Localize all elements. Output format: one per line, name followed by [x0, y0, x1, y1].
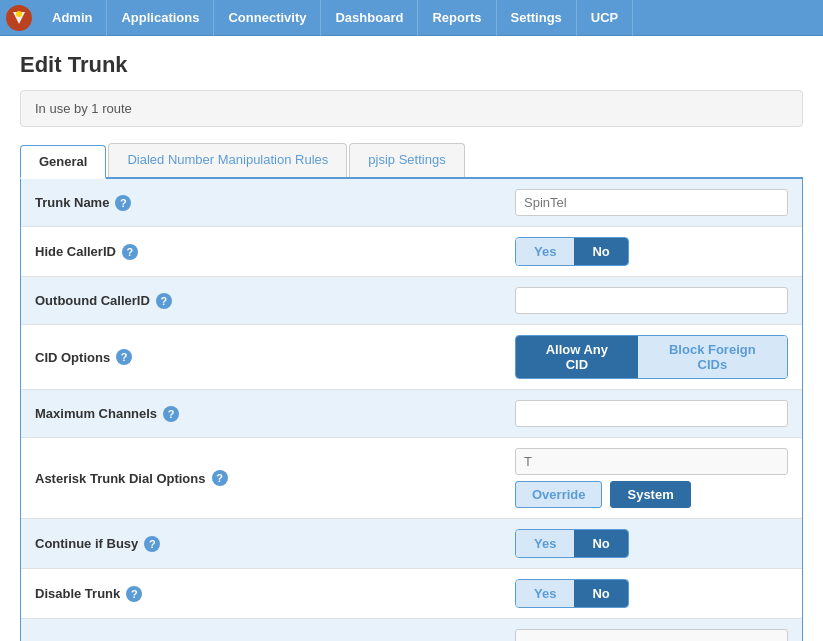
dial-options-group: Override System: [515, 448, 788, 508]
help-icon-disable-trunk[interactable]: ?: [126, 586, 142, 602]
control-trunk-name: [501, 179, 802, 226]
control-disable-trunk: Yes No: [501, 569, 802, 618]
cid-block-foreign[interactable]: Block Foreign CIDs: [638, 336, 787, 378]
nav-settings[interactable]: Settings: [497, 0, 577, 36]
toggle-cid-options: Allow Any CID Block Foreign CIDs: [515, 335, 788, 379]
form-row-monitor-trunk: Monitor Trunk Failures ? Yes No: [21, 619, 802, 641]
hide-callerid-yes[interactable]: Yes: [516, 238, 574, 265]
page-title: Edit Trunk: [20, 52, 803, 78]
info-box: In use by 1 route: [20, 90, 803, 127]
form-row-continue-busy: Continue if Busy ? Yes No: [21, 519, 802, 569]
hide-callerid-no[interactable]: No: [574, 238, 627, 265]
svg-point-1: [16, 11, 22, 17]
help-icon-hide-callerid[interactable]: ?: [122, 244, 138, 260]
trunk-name-input[interactable]: [515, 189, 788, 216]
form-row-trunk-name: Trunk Name ?: [21, 179, 802, 227]
page-content: Edit Trunk In use by 1 route General Dia…: [0, 36, 823, 641]
override-system-group: Override System: [515, 481, 788, 508]
monitor-trunk-area: [515, 629, 788, 641]
form-row-hide-callerid: Hide CallerID ? Yes No: [21, 227, 802, 277]
continue-busy-no[interactable]: No: [574, 530, 627, 557]
nav-dashboard[interactable]: Dashboard: [321, 0, 418, 36]
form-section: Trunk Name ? Hide CallerID ? Yes No: [20, 179, 803, 641]
form-row-outbound-callerid: Outbound CallerID ?: [21, 277, 802, 325]
nav-reports[interactable]: Reports: [418, 0, 496, 36]
control-monitor-trunk: Yes No: [501, 619, 802, 641]
help-icon-outbound-callerid[interactable]: ?: [156, 293, 172, 309]
control-outbound-callerid: [501, 277, 802, 324]
label-cid-options: CID Options ?: [21, 339, 501, 375]
label-disable-trunk: Disable Trunk ?: [21, 576, 501, 612]
disable-trunk-yes[interactable]: Yes: [516, 580, 574, 607]
form-row-dial-options: Asterisk Trunk Dial Options ? Override S…: [21, 438, 802, 519]
dial-options-input[interactable]: [515, 448, 788, 475]
help-icon-dial-options[interactable]: ?: [212, 470, 228, 486]
form-row-max-channels: Maximum Channels ?: [21, 390, 802, 438]
nav-ucp[interactable]: UCP: [577, 0, 633, 36]
nav-admin[interactable]: Admin: [38, 0, 107, 36]
nav-applications[interactable]: Applications: [107, 0, 214, 36]
max-channels-input[interactable]: [515, 400, 788, 427]
control-continue-busy: Yes No: [501, 519, 802, 568]
label-trunk-name: Trunk Name ?: [21, 185, 501, 221]
disable-trunk-no[interactable]: No: [574, 580, 627, 607]
control-cid-options: Allow Any CID Block Foreign CIDs: [501, 325, 802, 389]
label-outbound-callerid: Outbound CallerID ?: [21, 283, 501, 319]
control-hide-callerid: Yes No: [501, 227, 802, 276]
toggle-disable-trunk: Yes No: [515, 579, 629, 608]
tab-pjsip[interactable]: pjsip Settings: [349, 143, 464, 177]
control-max-channels: [501, 390, 802, 437]
help-icon-continue-busy[interactable]: ?: [144, 536, 160, 552]
label-max-channels: Maximum Channels ?: [21, 396, 501, 432]
tabs-container: General Dialed Number Manipulation Rules…: [20, 143, 803, 179]
label-continue-busy: Continue if Busy ?: [21, 526, 501, 562]
help-icon-trunk-name[interactable]: ?: [115, 195, 131, 211]
toggle-continue-busy: Yes No: [515, 529, 629, 558]
form-row-cid-options: CID Options ? Allow Any CID Block Foreig…: [21, 325, 802, 390]
tab-general[interactable]: General: [20, 145, 106, 179]
logo: [4, 3, 34, 33]
outbound-callerid-input[interactable]: [515, 287, 788, 314]
continue-busy-yes[interactable]: Yes: [516, 530, 574, 557]
help-icon-max-channels[interactable]: ?: [163, 406, 179, 422]
cid-allow-any[interactable]: Allow Any CID: [516, 336, 638, 378]
label-dial-options: Asterisk Trunk Dial Options ?: [21, 460, 501, 496]
dial-system-btn[interactable]: System: [610, 481, 690, 508]
monitor-trunk-group: Yes No: [515, 629, 788, 641]
top-nav: Admin Applications Connectivity Dashboar…: [0, 0, 823, 36]
label-hide-callerid: Hide CallerID ?: [21, 234, 501, 270]
tab-dnmr[interactable]: Dialed Number Manipulation Rules: [108, 143, 347, 177]
control-dial-options: Override System: [501, 438, 802, 518]
dial-override-btn[interactable]: Override: [515, 481, 602, 508]
help-icon-cid-options[interactable]: ?: [116, 349, 132, 365]
nav-connectivity[interactable]: Connectivity: [214, 0, 321, 36]
toggle-hide-callerid: Yes No: [515, 237, 629, 266]
form-row-disable-trunk: Disable Trunk ? Yes No: [21, 569, 802, 619]
